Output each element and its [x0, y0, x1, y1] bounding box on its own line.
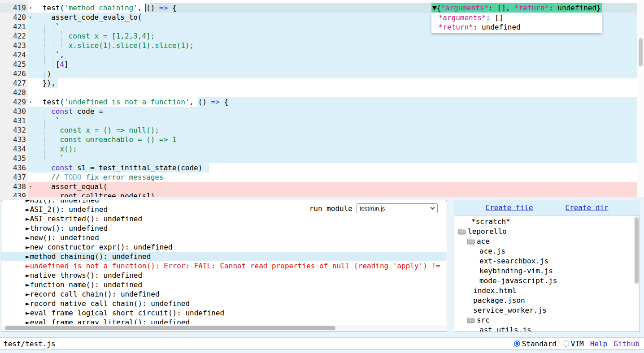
test-result-item[interactable]: ►ASI_restrited(): undefined — [1, 214, 446, 224]
line-number: 433 — [0, 135, 28, 144]
tree-file[interactable]: keybinding-vim.js — [454, 266, 632, 276]
tooltip-entry[interactable]: *arguments*: [] — [434, 13, 599, 22]
fold-toggle-icon[interactable]: ▾ — [29, 13, 32, 22]
tree-file[interactable]: ext-searchbox.js — [454, 256, 632, 266]
tree-file[interactable]: index.html — [454, 286, 632, 296]
line-number: 429▾ — [0, 97, 28, 107]
line-number: 424 — [0, 50, 28, 60]
fold-toggle-icon[interactable]: ▾ — [29, 182, 32, 191]
code-line-text[interactable]: ` — [30, 22, 60, 31]
code-line: x.slice(1).slice(1).slice(1);423 — [0, 41, 644, 50]
code-line-text[interactable]: const x = [1,2,3,4]; — [30, 31, 155, 41]
line-number: 426 — [0, 69, 28, 78]
run-module-control: run module test/run.js — [309, 203, 438, 213]
editor-scrollbar-thumb[interactable] — [639, 38, 643, 66]
tree-item-label: ast_utils.js — [479, 325, 531, 332]
code-line-text[interactable]: root_calltree_node(s1), — [30, 191, 159, 197]
test-result-item[interactable]: ►new constructor expr(): undefined — [1, 242, 446, 252]
line-highlight — [28, 144, 637, 154]
test-result-item[interactable]: ►undefined is not a function(): Error: F… — [1, 261, 446, 271]
line-number: 435 — [0, 154, 28, 163]
tree-item-label: ace — [477, 237, 490, 246]
keybinding-radio-standard[interactable]: Standard — [514, 340, 557, 348]
line-number: 438▾ — [0, 182, 28, 191]
tree-file[interactable]: ast_utils.js — [454, 325, 632, 332]
line-number: 436 — [0, 163, 28, 172]
radio-label: VIM — [571, 340, 584, 348]
tree-file[interactable]: mode-javascript.js — [454, 276, 632, 286]
test-result-item[interactable]: ►function name(): undefined — [1, 280, 446, 289]
tree-file[interactable]: service_worker.js — [454, 306, 632, 315]
code-line-text[interactable]: assert_equal( — [30, 182, 107, 191]
code-line: `431 — [0, 116, 644, 125]
code-line-text[interactable]: x(); — [30, 144, 77, 154]
code-line: }),427 — [0, 78, 644, 88]
tree-file[interactable]: package.json — [454, 296, 632, 306]
test-result-item[interactable]: ►method chaining(): undefined — [1, 252, 446, 261]
status-bar-controls: StandardVIMHelpGithub — [514, 340, 644, 348]
code-line-text[interactable]: const code = — [30, 107, 103, 116]
code-line-text[interactable]: // TODO fix error messages — [30, 172, 164, 182]
test-result-item[interactable]: ►new(): undefined — [1, 233, 446, 242]
tree-scrollbar[interactable] — [633, 216, 639, 331]
eval-result-body: *arguments*: [] *return*: undefined — [431, 13, 602, 33]
code-line-text[interactable]: ) — [30, 69, 51, 78]
code-line-text[interactable]: const unreachable = () => 1 — [30, 135, 177, 144]
line-number: 439 — [0, 191, 28, 197]
tree-item-label: keybinding-vim.js — [479, 266, 553, 276]
code-line: test('undefined is not a function', () =… — [0, 97, 644, 107]
code-editor: test('method chaining', () => {419▾ asse… — [0, 0, 644, 197]
test-result-item[interactable]: ►record native call chain(): undefined — [1, 299, 446, 308]
code-line-text[interactable]: test('method chaining', () => { — [30, 3, 177, 13]
help-link[interactable]: Help — [590, 340, 608, 348]
code-line-text[interactable]: ` — [30, 154, 64, 163]
code-line-text[interactable]: [4] — [30, 60, 69, 69]
code-line: 428 — [0, 88, 644, 97]
tree-folder[interactable]: leporello — [454, 227, 632, 237]
code-line: const s1 = test_initial_state(code)436 — [0, 163, 644, 172]
tree-folder[interactable]: src — [454, 315, 632, 325]
tree-item-label: package.json — [473, 296, 525, 306]
radio-icon[interactable] — [514, 340, 520, 347]
line-number: 428 — [0, 88, 28, 97]
code-line-text[interactable]: test('undefined is not a function', () =… — [30, 97, 228, 107]
tree-file[interactable]: ace.js — [454, 246, 632, 256]
line-highlight — [28, 50, 637, 60]
fold-toggle-icon[interactable]: ▾ — [29, 3, 32, 13]
current-file-path: test/test.js — [0, 340, 56, 348]
code-line-text[interactable]: assert_code_evals_to( — [30, 13, 142, 22]
line-number: 421 — [0, 22, 28, 31]
tree-file[interactable]: *scratch* — [454, 217, 632, 227]
eval-result-header[interactable]: ▼{*arguments*: [], *return*: undefined} — [431, 3, 602, 13]
tooltip-entry[interactable]: *return*: undefined — [434, 22, 599, 32]
create-dir-link[interactable]: Create dir — [565, 203, 608, 212]
tree-folder[interactable]: ace — [454, 237, 632, 246]
code-line-text[interactable]: }), — [30, 78, 56, 88]
test-result-item[interactable]: ►native throws(): undefined — [1, 271, 446, 280]
code-line: const unreachable = () => 1433 — [0, 135, 644, 144]
console-horizontal-scrollbar[interactable] — [3, 325, 445, 331]
code-line: // TODO fix error messages437 — [0, 172, 644, 182]
test-result-item[interactable]: ►eval_frame array_literal(): undefined — [1, 318, 446, 324]
line-highlight — [28, 69, 637, 78]
radio-icon[interactable] — [563, 340, 569, 347]
tree-scrollbar-thumb[interactable] — [635, 217, 639, 284]
code-line-text[interactable]: const x = () => null(); — [30, 125, 159, 135]
line-number: 425 — [0, 60, 28, 69]
code-line-text[interactable]: const s1 = test_initial_state(code) — [30, 163, 202, 172]
github-link[interactable]: Github — [614, 340, 640, 348]
code-line-text[interactable]: `, — [30, 50, 64, 60]
code-line-text[interactable]: ` — [30, 116, 60, 125]
fold-toggle-icon[interactable]: ▾ — [29, 97, 32, 107]
line-highlight — [28, 107, 637, 116]
status-bar: test/test.js StandardVIMHelpGithub — [0, 337, 644, 350]
code-line-text[interactable]: x.slice(1).slice(1).slice(1); — [30, 41, 194, 50]
test-result-item[interactable]: ►eval_frame logical short circuit(): und… — [1, 308, 446, 318]
editor-scrollbar[interactable] — [637, 0, 644, 197]
run-module-select[interactable]: test/run.js — [357, 203, 438, 213]
test-result-item[interactable]: ►throw(): undefined — [1, 224, 446, 233]
create-file-link[interactable]: Create file — [485, 203, 533, 212]
test-result-item[interactable]: ►record call chain(): undefined — [1, 289, 446, 299]
console-scrollbar-thumb[interactable] — [5, 326, 335, 330]
keybinding-radio-vim[interactable]: VIM — [563, 340, 584, 348]
